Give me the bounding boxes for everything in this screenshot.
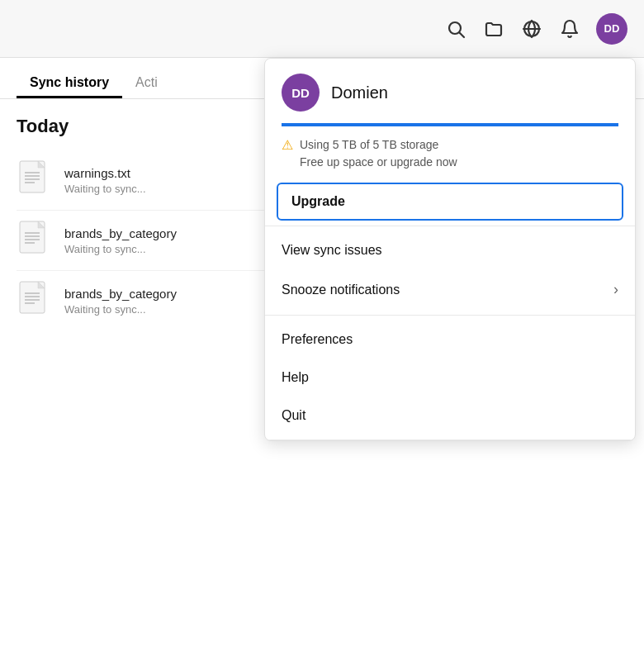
menu-divider	[265, 315, 635, 316]
menu-item-view-sync-issues[interactable]: View sync issues	[265, 231, 635, 269]
file-status: Waiting to sync...	[64, 183, 146, 195]
menu-item-help[interactable]: Help	[265, 359, 635, 397]
file-status: Waiting to sync...	[64, 303, 177, 316]
user-avatar-button[interactable]: DD	[596, 13, 627, 45]
dropdown-username: Domien	[331, 83, 388, 102]
search-icon[interactable]	[444, 17, 467, 40]
storage-subtext: Free up space or upgrade now	[300, 154, 457, 171]
menu-item-quit[interactable]: Quit	[265, 397, 635, 435]
menu-bottom-divider	[265, 440, 635, 440]
warning-icon: ⚠	[282, 137, 293, 153]
file-icon	[17, 219, 53, 262]
menu-item-preferences[interactable]: Preferences	[265, 321, 635, 359]
storage-progress-bar	[282, 123, 618, 126]
tab-activity[interactable]: Acti	[122, 65, 171, 98]
file-name: brands_by_category	[64, 226, 177, 240]
file-status: Waiting to sync...	[64, 243, 177, 255]
file-name: brands_by_category	[64, 287, 177, 301]
file-icon	[17, 159, 53, 202]
bell-icon[interactable]	[558, 17, 581, 40]
menu-item-snooze-notifications[interactable]: Snooze notifications ›	[265, 269, 635, 310]
folder-icon[interactable]	[482, 17, 505, 40]
storage-warning: ⚠ Using 5 TB of 5 TB storage Free up spa…	[265, 136, 635, 183]
app-container: DD Sync history Acti Today	[0, 0, 644, 651]
chevron-right-icon: ›	[613, 281, 618, 298]
svg-line-1	[460, 32, 465, 37]
file-icon	[17, 279, 53, 322]
storage-text: Using 5 TB of 5 TB storage	[300, 136, 457, 154]
dropdown-header: DD Domien	[265, 59, 635, 123]
menu-divider	[265, 226, 635, 226]
toolbar: DD	[0, 0, 644, 58]
dropdown-avatar: DD	[282, 74, 320, 112]
dropdown-menu: DD Domien ⚠ Using 5 TB of 5 TB storage F…	[264, 58, 636, 441]
upgrade-button[interactable]: Upgrade	[277, 183, 623, 221]
globe-icon[interactable]	[520, 17, 543, 40]
tab-sync-history[interactable]: Sync history	[17, 65, 122, 98]
file-name: warnings.txt	[64, 166, 146, 180]
